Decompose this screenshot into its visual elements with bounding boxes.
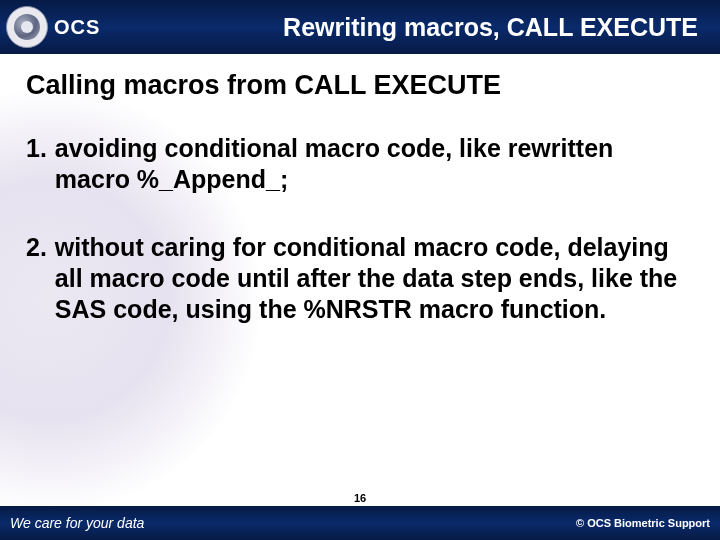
list-number: 2.: [26, 232, 47, 326]
slide: OCS Rewriting macros, CALL EXECUTE Calli…: [0, 0, 720, 540]
slide-title: Rewriting macros, CALL EXECUTE: [0, 0, 710, 54]
list-text: without caring for conditional macro cod…: [47, 232, 694, 326]
footer-copyright: © OCS Biometric Support: [576, 517, 710, 529]
footer-bar: We care for your data © OCS Biometric Su…: [0, 506, 720, 540]
list-item: 1. avoiding conditional macro code, like…: [26, 133, 694, 196]
list-number: 1.: [26, 133, 47, 196]
bullet-list: 1. avoiding conditional macro code, like…: [26, 133, 694, 325]
subtitle: Calling macros from CALL EXECUTE: [26, 70, 694, 101]
content-area: Calling macros from CALL EXECUTE 1. avoi…: [26, 70, 694, 361]
footer-tagline: We care for your data: [10, 515, 144, 531]
list-item: 2. without caring for conditional macro …: [26, 232, 694, 326]
page-number: 16: [0, 492, 720, 504]
header-bar: OCS Rewriting macros, CALL EXECUTE: [0, 0, 720, 54]
list-text: avoiding conditional macro code, like re…: [47, 133, 694, 196]
